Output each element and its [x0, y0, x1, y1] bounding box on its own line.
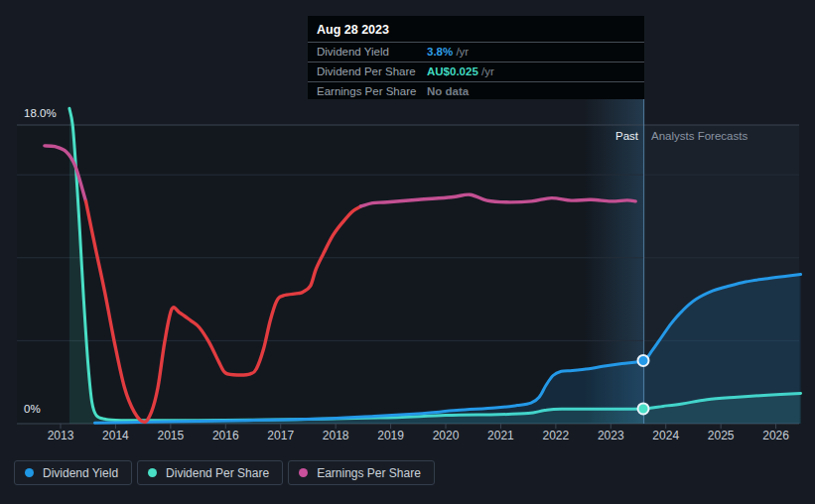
- x-axis-label: 2015: [149, 429, 193, 442]
- earnings-per-share-line-red[interactable]: [86, 201, 361, 422]
- x-axis-label: 2020: [424, 429, 468, 442]
- tooltip-unit: /yr: [453, 46, 469, 58]
- tooltip-row-earnings-per-share: Earnings Per Share No data: [308, 81, 644, 101]
- legend-label: Dividend Per Share: [166, 466, 269, 480]
- tooltip-date: Aug 28 2023: [308, 16, 644, 42]
- tooltip-label: Dividend Yield: [317, 46, 389, 58]
- dividend-yield-today-marker[interactable]: [638, 355, 649, 366]
- dividend-per-share-dot-icon: [148, 468, 157, 477]
- y-axis-max-label: 18.0%: [24, 107, 57, 119]
- earnings-per-share-line-pink[interactable]: [45, 146, 86, 201]
- x-axis-label: 2022: [534, 429, 578, 442]
- past-period-label: Past: [556, 130, 638, 142]
- x-axis-label: 2026: [754, 429, 798, 442]
- x-axis-label: 2023: [589, 429, 632, 442]
- x-axis-label: 2013: [39, 429, 82, 442]
- tooltip-label: Earnings Per Share: [317, 85, 416, 97]
- chart-legend: Dividend Yield Dividend Per Share Earnin…: [14, 460, 435, 485]
- forecast-period-label: Analysts Forecasts: [651, 130, 747, 142]
- legend-item-dividend-yield[interactable]: Dividend Yield: [14, 460, 132, 485]
- legend-item-earnings-per-share[interactable]: Earnings Per Share: [288, 460, 435, 485]
- x-axis-label: 2017: [259, 429, 303, 442]
- tooltip-unit: /yr: [478, 65, 494, 77]
- x-axis-label: 2021: [478, 429, 522, 442]
- earnings-per-share-dot-icon: [299, 468, 308, 477]
- x-axis-label: 2014: [93, 429, 137, 442]
- x-axis-label: 2018: [314, 429, 357, 442]
- x-axis-label: 2016: [204, 429, 247, 442]
- tooltip-label: Dividend Per Share: [317, 65, 416, 77]
- x-axis-label: 2019: [369, 429, 413, 442]
- dividend-yield-area: [94, 275, 800, 425]
- legend-label: Earnings Per Share: [317, 466, 421, 480]
- legend-item-dividend-per-share[interactable]: Dividend Per Share: [137, 460, 283, 485]
- tooltip-value: No data: [427, 85, 469, 97]
- legend-label: Dividend Yield: [43, 466, 118, 480]
- x-axis-label: 2025: [699, 429, 743, 442]
- dividend-yield-dot-icon: [25, 468, 34, 477]
- tooltip-row-dividend-per-share: Dividend Per Share AU$0.025 /yr: [308, 62, 644, 81]
- dividend-chart: 18.0% 0% 2013201420152016201720182019202…: [0, 0, 815, 504]
- x-axis-label: 2024: [644, 429, 688, 442]
- dividend-per-share-today-marker[interactable]: [638, 403, 649, 414]
- y-axis-min-label: 0%: [24, 403, 41, 415]
- earnings-per-share-line-pink[interactable]: [361, 194, 636, 206]
- tooltip-value: AU$0.025: [427, 65, 478, 77]
- hover-tooltip: Aug 28 2023 Dividend Yield 3.8% /yr Divi…: [308, 16, 644, 99]
- tooltip-row-dividend-yield: Dividend Yield 3.8% /yr: [308, 42, 644, 62]
- tooltip-value: 3.8%: [427, 46, 453, 58]
